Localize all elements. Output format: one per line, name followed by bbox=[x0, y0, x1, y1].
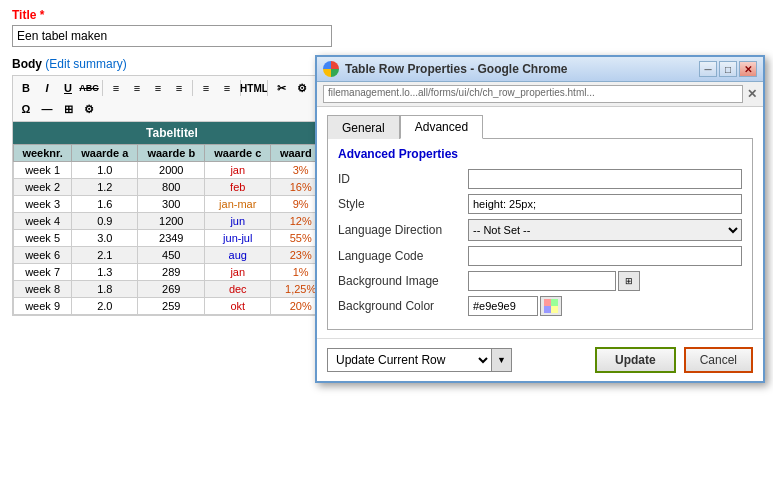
table-cell: 2.0 bbox=[72, 298, 138, 315]
table-cell: 1200 bbox=[138, 213, 205, 230]
page-background: Title * Body (Edit summary) B I U ABC ≡ … bbox=[0, 0, 773, 503]
style-label: Style bbox=[338, 197, 468, 211]
bold-button[interactable]: B bbox=[16, 78, 36, 98]
title-input[interactable] bbox=[12, 25, 332, 47]
adv-props-box: Advanced Properties ID Style Language Di… bbox=[327, 138, 753, 330]
toolbar-sep-4 bbox=[267, 80, 268, 96]
color-picker-button[interactable] bbox=[540, 296, 562, 316]
tab-general[interactable]: General bbox=[327, 115, 400, 139]
align-center-button[interactable]: ≡ bbox=[127, 78, 147, 98]
table-cell: 2.1 bbox=[72, 247, 138, 264]
underline-button[interactable]: U bbox=[58, 78, 78, 98]
cancel-button[interactable]: Cancel bbox=[684, 347, 753, 373]
table-cell: jan bbox=[205, 264, 271, 281]
bg-color-input[interactable] bbox=[468, 296, 538, 316]
svg-rect-3 bbox=[551, 306, 558, 313]
options-button[interactable]: ⚙ bbox=[79, 99, 99, 119]
table-cell: aug bbox=[205, 247, 271, 264]
table-cell: dec bbox=[205, 281, 271, 298]
table-cell: 1.3 bbox=[72, 264, 138, 281]
settings-button[interactable]: ⚙ bbox=[292, 78, 312, 98]
table-row: week 62.1450aug23% bbox=[14, 247, 331, 264]
italic-button[interactable]: I bbox=[37, 78, 57, 98]
id-label: ID bbox=[338, 172, 468, 186]
lang-dir-label: Language Direction bbox=[338, 223, 468, 237]
table-row: week 92.0259okt20% bbox=[14, 298, 331, 315]
update-row-select-container: Update Current Row Update All Rows ▼ bbox=[327, 348, 512, 372]
chrome-icon bbox=[323, 61, 339, 77]
table-cell: jan-mar bbox=[205, 196, 271, 213]
prop-row-bg-color: Background Color bbox=[338, 296, 742, 316]
url-close-icon[interactable]: ✕ bbox=[747, 87, 757, 101]
indent-button[interactable]: ≡ bbox=[217, 78, 237, 98]
minimize-button[interactable]: ─ bbox=[699, 61, 717, 77]
table-cell: week 9 bbox=[14, 298, 72, 315]
color-picker-icon bbox=[544, 299, 558, 313]
table-cell: 3.0 bbox=[72, 230, 138, 247]
table-header: Tabeltitel bbox=[13, 122, 331, 144]
dialog-controls: ─ □ ✕ bbox=[699, 61, 757, 77]
prop-row-lang-code: Language Code bbox=[338, 246, 742, 266]
dialog-title-text: Table Row Properties - Google Chrome bbox=[345, 62, 567, 76]
strikethrough-button[interactable]: ABC bbox=[79, 78, 99, 98]
table-cell: 300 bbox=[138, 196, 205, 213]
table-cell: jun bbox=[205, 213, 271, 230]
align-right-button[interactable]: ≡ bbox=[148, 78, 168, 98]
table-cell: week 6 bbox=[14, 247, 72, 264]
dash-button[interactable]: — bbox=[37, 99, 57, 119]
table-row: week 31.6300jan-mar9% bbox=[14, 196, 331, 213]
table-cell: okt bbox=[205, 298, 271, 315]
tab-row: General Advanced bbox=[327, 115, 753, 139]
required-marker: * bbox=[40, 8, 45, 22]
footer-right: Update Cancel bbox=[595, 347, 753, 373]
col-waarde-c: waarde c bbox=[205, 145, 271, 162]
lang-code-label: Language Code bbox=[338, 249, 468, 263]
table-cell: 1.8 bbox=[72, 281, 138, 298]
style-input[interactable] bbox=[468, 194, 742, 214]
update-button[interactable]: Update bbox=[595, 347, 676, 373]
table-cell: jun-jul bbox=[205, 230, 271, 247]
omega-button[interactable]: Ω bbox=[16, 99, 36, 119]
dropdown-arrow-button[interactable]: ▼ bbox=[492, 348, 512, 372]
update-row-select[interactable]: Update Current Row Update All Rows bbox=[327, 348, 492, 372]
lang-code-input[interactable] bbox=[468, 246, 742, 266]
align-left-button[interactable]: ≡ bbox=[106, 78, 126, 98]
tab-advanced[interactable]: Advanced bbox=[400, 115, 483, 139]
html-button[interactable]: HTML bbox=[244, 78, 264, 98]
table-cell: jan bbox=[205, 162, 271, 179]
list-button[interactable]: ≡ bbox=[196, 78, 216, 98]
justify-button[interactable]: ≡ bbox=[169, 78, 189, 98]
svg-rect-1 bbox=[551, 299, 558, 306]
prop-row-style: Style bbox=[338, 194, 742, 214]
table-cell: 269 bbox=[138, 281, 205, 298]
prop-row-id: ID bbox=[338, 169, 742, 189]
cut-button[interactable]: ✂ bbox=[271, 78, 291, 98]
table-row: week 81.8269dec1,25% bbox=[14, 281, 331, 298]
maximize-button[interactable]: □ bbox=[719, 61, 737, 77]
bg-image-input[interactable] bbox=[468, 271, 616, 291]
browse-button[interactable]: ⊞ bbox=[618, 271, 640, 291]
close-button[interactable]: ✕ bbox=[739, 61, 757, 77]
url-bar[interactable]: filemanagement.lo...all/forms/ui/ch/ch_r… bbox=[323, 85, 743, 103]
edit-summary-link[interactable]: (Edit summary) bbox=[45, 57, 126, 71]
dialog-title-left: Table Row Properties - Google Chrome bbox=[323, 61, 567, 77]
adv-props-title: Advanced Properties bbox=[338, 147, 742, 161]
col-weeknr: weeknr. bbox=[14, 145, 72, 162]
id-input[interactable] bbox=[468, 169, 742, 189]
svg-rect-0 bbox=[544, 299, 551, 306]
grid-button[interactable]: ⊞ bbox=[58, 99, 78, 119]
col-waarde-b: waarde b bbox=[138, 145, 205, 162]
table-cell: week 3 bbox=[14, 196, 72, 213]
table-cell: 450 bbox=[138, 247, 205, 264]
table-cell: 259 bbox=[138, 298, 205, 315]
table-cell: week 7 bbox=[14, 264, 72, 281]
table-row: week 11.02000jan3% bbox=[14, 162, 331, 179]
body-text: Body bbox=[12, 57, 42, 71]
toolbar-sep-1 bbox=[102, 80, 103, 96]
table-row: week 71.3289jan1% bbox=[14, 264, 331, 281]
table-cell: week 8 bbox=[14, 281, 72, 298]
lang-dir-select[interactable]: -- Not Set -- Left to Right Right to Lef… bbox=[468, 219, 742, 241]
dialog-overlay: Table Row Properties - Google Chrome ─ □… bbox=[315, 55, 765, 383]
table-cell: 800 bbox=[138, 179, 205, 196]
table-header-row: weeknr. waarde a waarde b waarde c waard… bbox=[14, 145, 331, 162]
